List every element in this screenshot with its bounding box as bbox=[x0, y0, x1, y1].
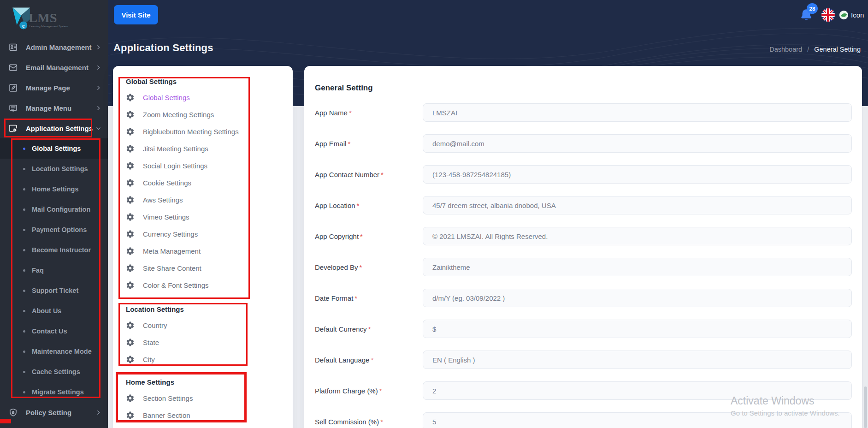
sidebar-item-manage-page[interactable]: Manage Page bbox=[0, 77, 108, 98]
field-label: Default Currency* bbox=[315, 325, 423, 333]
settings-nav-item-label: Global Settings bbox=[143, 94, 190, 101]
settings-nav-item-vimeo-settings[interactable]: Vimeo Settings bbox=[126, 208, 282, 226]
bullet-icon bbox=[23, 391, 25, 393]
settings-nav-item-label: Banner Section bbox=[143, 411, 190, 419]
settings-nav-group-title: Global Settings bbox=[126, 76, 282, 87]
brand-name: LMS bbox=[29, 11, 57, 25]
settings-nav-item-label: Site Share Content bbox=[143, 264, 201, 272]
visit-site-button[interactable]: Visit Site bbox=[114, 5, 158, 24]
sidebar-item-label: Support Ticket bbox=[32, 287, 101, 294]
user-menu[interactable]: Icon bbox=[839, 10, 864, 20]
field-label: Date Format* bbox=[315, 294, 423, 302]
sidebar-item-application-settings[interactable]: Application Settings bbox=[0, 118, 108, 138]
sidebar-item-label: Cache Settings bbox=[32, 368, 101, 375]
sidebar-item-label: Email Management bbox=[26, 64, 95, 71]
gear-icon bbox=[126, 144, 135, 153]
settings-nav-item-jitsi-meeting-settings[interactable]: Jitsi Meeting Settings bbox=[126, 140, 282, 157]
sidebar-item-migrate-settings[interactable]: Migrate Settings bbox=[0, 382, 108, 402]
sidebar-item-label: Policy Setting bbox=[26, 409, 95, 416]
sidebar-item-label: Global Settings bbox=[32, 145, 101, 152]
sidebar-item-mail-configuration[interactable]: Mail Configuration bbox=[0, 199, 108, 220]
settings-nav-item-aws-settings[interactable]: Aws Settings bbox=[126, 191, 282, 208]
chevron-right-icon bbox=[95, 410, 101, 416]
general-setting-card: General Setting App Name*App Email*App C… bbox=[304, 66, 862, 428]
required-marker: * bbox=[348, 140, 350, 148]
settings-nav-item-label: Section Settings bbox=[143, 394, 193, 402]
settings-nav-item-social-login-settings[interactable]: Social Login Settings bbox=[126, 157, 282, 174]
sidebar-item-payment-options[interactable]: Payment Options bbox=[0, 220, 108, 240]
settings-nav-item-label: Zoom Meeting Settings bbox=[143, 111, 214, 119]
app-contact-number-input[interactable] bbox=[423, 165, 852, 184]
form-row-app-copyright: App Copyright* bbox=[315, 227, 852, 245]
gear-icon bbox=[126, 230, 135, 238]
gear-icon bbox=[126, 196, 135, 204]
sidebar-item-support-ticket[interactable]: Support Ticket bbox=[0, 280, 108, 301]
settings-nav-item-bigbluebutton-meeting-settings[interactable]: Bigbluebutton Meeting Settings bbox=[126, 123, 282, 140]
scrollbar-track[interactable] bbox=[863, 106, 868, 428]
settings-nav-item-cookie-settings[interactable]: Cookie Settings bbox=[126, 174, 282, 191]
app-copyright-input[interactable] bbox=[423, 227, 852, 245]
field-label: App Name* bbox=[315, 109, 423, 117]
settings-nav-item-zoom-meeting-settings[interactable]: Zoom Meeting Settings bbox=[126, 106, 282, 123]
settings-nav-item-country[interactable]: Country bbox=[126, 317, 282, 334]
scrollbar-thumb[interactable] bbox=[864, 386, 867, 428]
sidebar-item-about-us[interactable]: About Us bbox=[0, 301, 108, 321]
sidebar-item-admin-management[interactable]: Admin Management bbox=[0, 37, 108, 57]
settings-nav-card: Global SettingsGlobal SettingsZoom Meeti… bbox=[113, 66, 293, 428]
developed-by-input[interactable] bbox=[423, 258, 852, 276]
sidebar-item-cache-settings[interactable]: Cache Settings bbox=[0, 362, 108, 382]
sidebar-item-maintenance-mode[interactable]: Maintenance Mode bbox=[0, 341, 108, 362]
settings-nav-item-city[interactable]: City bbox=[126, 351, 282, 368]
sidebar-item-global-settings[interactable]: Global Settings bbox=[0, 138, 108, 159]
sidebar-item-label: Application Settings bbox=[26, 125, 95, 132]
sidebar-nav: Admin ManagementEmail ManagementManage P… bbox=[0, 37, 108, 422]
settings-nav-item-site-share-content[interactable]: Site Share Content bbox=[126, 260, 282, 277]
settings-nav-group-title: Location Settings bbox=[126, 304, 282, 315]
form-row-date-format: Date Format* bbox=[315, 289, 852, 307]
bullet-icon bbox=[23, 310, 25, 312]
app-logo[interactable]: e LMS Learning Management System bbox=[0, 0, 108, 37]
language-flag-icon[interactable] bbox=[821, 8, 835, 22]
settings-nav-item-label: Bigbluebutton Meeting Settings bbox=[143, 128, 239, 136]
settings-nav-item-banner-section[interactable]: Banner Section bbox=[126, 407, 282, 424]
sidebar-item-location-settings[interactable]: Location Settings bbox=[0, 159, 108, 179]
form-row-developed-by: Developed By* bbox=[315, 258, 852, 276]
gear-icon bbox=[126, 178, 135, 187]
sidebar-item-contact-us[interactable]: Contact Us bbox=[0, 321, 108, 341]
sidebar-item-faq[interactable]: Faq bbox=[0, 260, 108, 280]
chevron-right-icon bbox=[95, 85, 101, 91]
bullet-icon bbox=[23, 371, 25, 373]
breadcrumb: Dashboard / General Setting bbox=[769, 46, 861, 53]
settings-nav-item-state[interactable]: State bbox=[126, 334, 282, 351]
settings-nav-item-label: Currency Settings bbox=[143, 230, 198, 238]
sidebar-item-become-instructor[interactable]: Become Instructor bbox=[0, 240, 108, 260]
user-avatar bbox=[839, 10, 849, 20]
sidebar-item-home-settings[interactable]: Home Settings bbox=[0, 179, 108, 199]
default-currency-input[interactable] bbox=[423, 320, 852, 338]
settings-nav-item-meta-management[interactable]: Meta Management bbox=[126, 243, 282, 260]
application-settings-icon bbox=[8, 123, 19, 133]
date-format-input[interactable] bbox=[423, 289, 852, 307]
app-name-input[interactable] bbox=[423, 103, 852, 122]
gear-icon bbox=[126, 93, 135, 102]
settings-nav-item-section-settings[interactable]: Section Settings bbox=[126, 390, 282, 407]
app-location-input[interactable] bbox=[423, 196, 852, 214]
manage-page-icon bbox=[8, 83, 19, 93]
settings-nav-item-color-font-settings[interactable]: Color & Font Settings bbox=[126, 277, 282, 294]
app-email-input[interactable] bbox=[423, 134, 852, 153]
sidebar-item-label: Payment Options bbox=[32, 226, 101, 233]
breadcrumb-dashboard-link[interactable]: Dashboard bbox=[769, 46, 802, 53]
required-marker: * bbox=[357, 202, 360, 209]
sidebar-item-manage-menu[interactable]: Manage Menu bbox=[0, 98, 108, 118]
sidebar-item-email-management[interactable]: Email Management bbox=[0, 57, 108, 77]
field-label: App Copyright* bbox=[315, 232, 423, 240]
settings-nav-item-label: Vimeo Settings bbox=[143, 213, 189, 221]
settings-nav-item-currency-settings[interactable]: Currency Settings bbox=[126, 226, 282, 243]
form-row-default-currency: Default Currency* bbox=[315, 320, 852, 338]
settings-nav-item-global-settings[interactable]: Global Settings bbox=[126, 89, 282, 106]
gear-icon bbox=[126, 213, 135, 221]
chevron-down-icon bbox=[95, 125, 101, 131]
sidebar-item-policy-setting[interactable]: Policy Setting bbox=[0, 402, 108, 422]
default-language-input[interactable] bbox=[423, 351, 852, 369]
form-row-app-name: App Name* bbox=[315, 103, 852, 122]
